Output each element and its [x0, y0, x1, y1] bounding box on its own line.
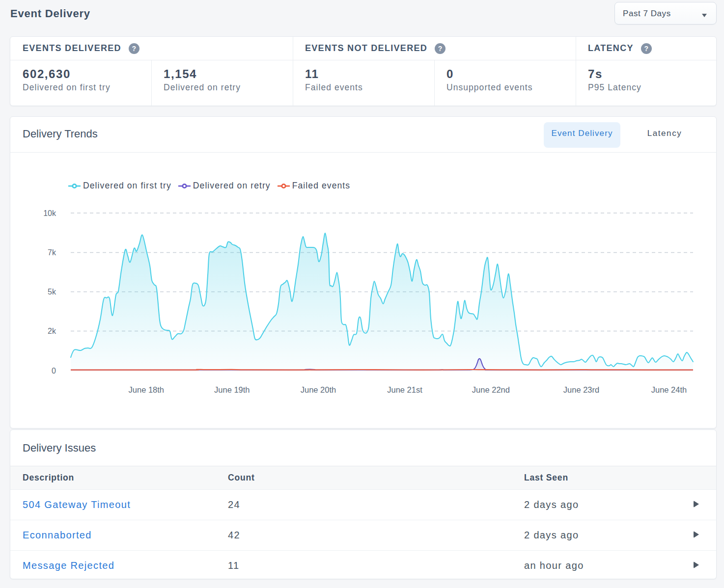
svg-text:June 19th: June 19th [214, 385, 250, 394]
svg-text:2k: 2k [48, 327, 56, 335]
svg-text:June 23rd: June 23rd [563, 385, 599, 394]
svg-text:7k: 7k [48, 248, 56, 257]
svg-text:June 22nd: June 22nd [472, 385, 510, 394]
svg-text:0: 0 [52, 367, 56, 375]
svg-text:June 21st: June 21st [387, 385, 422, 394]
svg-text:5k: 5k [48, 288, 56, 296]
svg-text:June 20th: June 20th [301, 385, 336, 394]
svg-text:June 18th: June 18th [129, 385, 164, 394]
svg-text:10k: 10k [43, 209, 56, 217]
svg-text:June 24th: June 24th [651, 385, 687, 394]
